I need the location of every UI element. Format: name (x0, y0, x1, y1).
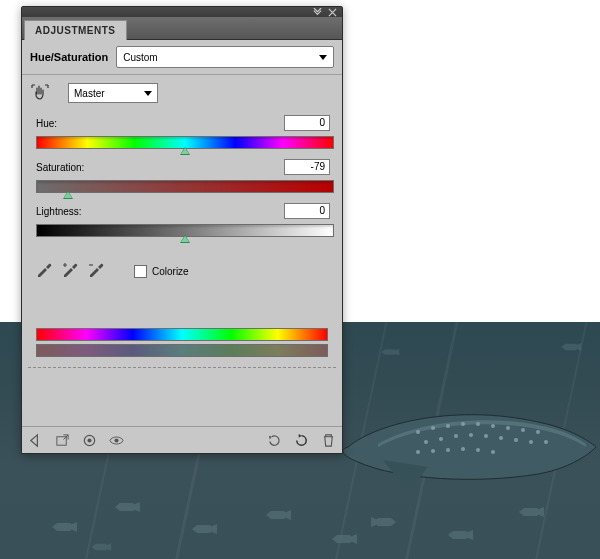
channel-select[interactable]: Master (68, 83, 158, 103)
trash-icon[interactable] (321, 433, 336, 448)
svg-point-3 (461, 422, 465, 426)
input-spectrum (36, 328, 328, 341)
chevron-down-icon (319, 55, 327, 60)
checkbox-box (134, 265, 147, 278)
visibility-icon[interactable] (109, 433, 124, 448)
panel-tabbar: ADJUSTMENTS (22, 17, 342, 40)
targeted-adjustment-tool-icon[interactable] (30, 83, 50, 103)
hue-slider[interactable] (36, 136, 334, 149)
panel-footer (22, 426, 342, 453)
svg-point-1 (431, 426, 435, 430)
close-icon[interactable] (328, 8, 337, 17)
eyedropper-icon[interactable] (36, 263, 52, 279)
hue-label: Hue: (36, 118, 57, 129)
svg-point-13 (484, 434, 488, 438)
saturation-label: Saturation: (36, 162, 84, 173)
expand-view-icon[interactable] (55, 433, 70, 448)
svg-point-7 (521, 428, 525, 432)
preset-value: Custom (123, 52, 157, 63)
eyedropper-plus-icon[interactable] (62, 263, 78, 279)
lightness-slider[interactable] (36, 224, 334, 237)
adjustments-panel: ADJUSTMENTS Hue/Saturation Custom Master (21, 6, 343, 454)
svg-point-2 (446, 424, 450, 428)
panel-titlebar[interactable] (22, 7, 342, 17)
svg-point-21 (461, 447, 465, 451)
saturation-thumb[interactable] (63, 191, 73, 199)
svg-point-8 (536, 430, 540, 434)
eyedropper-minus-icon[interactable] (88, 263, 104, 279)
svg-point-17 (544, 440, 548, 444)
colorize-checkbox[interactable]: Colorize (134, 265, 189, 278)
reset-icon[interactable] (294, 433, 309, 448)
svg-point-19 (431, 449, 435, 453)
svg-point-12 (469, 433, 473, 437)
saturation-slider[interactable] (36, 180, 334, 193)
adjustment-title: Hue/Saturation (30, 51, 116, 63)
svg-point-10 (439, 437, 443, 441)
svg-point-18 (416, 450, 420, 454)
saturation-value-input[interactable]: -79 (284, 159, 330, 175)
previous-state-icon[interactable] (267, 433, 282, 448)
hue-thumb[interactable] (180, 147, 190, 155)
svg-point-6 (506, 426, 510, 430)
lightness-value-input[interactable]: 0 (284, 203, 330, 219)
back-arrow-icon[interactable] (28, 433, 43, 448)
svg-point-27 (114, 438, 118, 442)
clip-to-layer-icon[interactable] (82, 433, 97, 448)
svg-point-4 (476, 422, 480, 426)
svg-point-23 (491, 450, 495, 454)
lightness-label: Lightness: (36, 206, 82, 217)
collapse-icon[interactable] (313, 8, 322, 17)
channel-value: Master (74, 88, 105, 99)
svg-point-11 (454, 434, 458, 438)
svg-point-9 (424, 440, 428, 444)
lightness-thumb[interactable] (180, 235, 190, 243)
tab-adjustments[interactable]: ADJUSTMENTS (24, 20, 127, 40)
svg-point-14 (499, 436, 503, 440)
svg-point-26 (87, 438, 91, 442)
whale-shark (338, 402, 598, 497)
svg-point-16 (529, 440, 533, 444)
chevron-down-icon (144, 91, 152, 96)
svg-point-5 (491, 424, 495, 428)
output-spectrum (36, 344, 328, 357)
svg-point-20 (446, 448, 450, 452)
svg-point-22 (476, 448, 480, 452)
colorize-label: Colorize (152, 266, 189, 277)
svg-point-15 (514, 438, 518, 442)
preset-select[interactable]: Custom (116, 46, 334, 68)
svg-point-0 (416, 430, 420, 434)
hue-value-input[interactable]: 0 (284, 115, 330, 131)
